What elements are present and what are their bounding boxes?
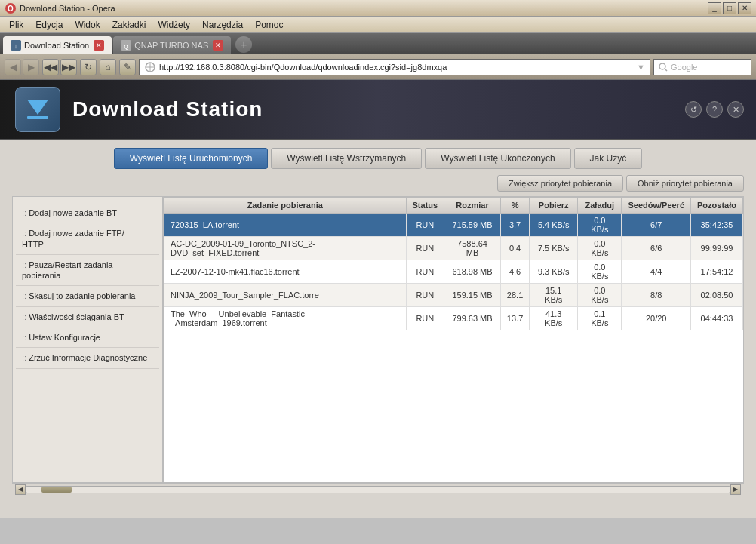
btn-active-list[interactable]: Wyświetl Listę Uruchomionych	[114, 148, 269, 169]
cell-seeds: 6/7	[622, 214, 691, 237]
menu-pomoc[interactable]: Pomoc	[249, 18, 289, 32]
table-row[interactable]: The_Who_-_Unbelievable_Fantastic_-_Amste…	[164, 307, 743, 330]
menu-widzety[interactable]: Widżety	[152, 18, 196, 32]
sidebar-item-add-bt[interactable]: Dodaj nowe zadanie BT	[16, 203, 159, 223]
svg-text:Q: Q	[124, 44, 129, 50]
sidebar-item-delete[interactable]: Skasuj to zadanie pobierania	[16, 286, 159, 306]
edit-button[interactable]: ✎	[119, 59, 136, 75]
scrollbar-thumb[interactable]	[41, 487, 72, 493]
cell-name: AC-DC_2009-01-09_Toronto_NTSC_2-DVD_set_…	[164, 237, 407, 260]
cell-percent: 13.7	[500, 307, 529, 330]
col-header-up: Załaduj	[578, 198, 622, 214]
tab-download-station[interactable]: ↓ Download Station ✕	[3, 36, 112, 54]
back-button2[interactable]: ◀◀	[42, 59, 59, 75]
search-input[interactable]: Google	[653, 59, 751, 75]
table-row[interactable]: LZ-2007-12-10-mk41.flac16.torrent RUN 61…	[164, 260, 743, 284]
cell-status: RUN	[406, 260, 444, 284]
header-icon-1[interactable]: ↺	[685, 101, 702, 118]
cell-status: RUN	[406, 214, 444, 237]
svg-text:O: O	[8, 5, 14, 13]
cell-percent: 28.1	[500, 284, 529, 307]
tab-add-button[interactable]: +	[235, 36, 252, 53]
main-content: Wyświetl Listę Uruchomionych Wyświetl Li…	[0, 140, 756, 518]
table-row[interactable]: NINJA_2009_Tour_Sampler_FLAC.torre RUN 1…	[164, 284, 743, 307]
col-header-status: Status	[406, 198, 444, 214]
tab-close-qnap[interactable]: ✕	[213, 40, 223, 51]
col-header-percent: %	[500, 198, 529, 214]
sidebar: Dodaj nowe zadanie BT Dodaj nowe zadanie…	[12, 196, 163, 483]
sidebar-item-diagnostics[interactable]: Zrzuć Informacje Diagnostyczne	[16, 348, 159, 368]
cell-percent: 0.4	[500, 237, 529, 260]
scroll-row: ◀ ▶	[12, 483, 744, 495]
cell-status: RUN	[406, 284, 444, 307]
window-controls[interactable]: _ □ ✕	[708, 2, 751, 14]
buttons-row-2: Zwiększ priorytet pobierania Obniż prior…	[12, 175, 744, 192]
cell-up: 0.1 KB/s	[578, 307, 622, 330]
cell-status: RUN	[406, 307, 444, 330]
window-icon: O	[5, 2, 17, 14]
svg-line-10	[665, 69, 667, 71]
downloads-table: Zadanie pobierania Status Rozmiar % Pobi…	[164, 197, 743, 330]
scrollbar-track[interactable]	[26, 486, 730, 493]
cell-size: 715.59 MB	[444, 214, 501, 237]
cell-down: 9.3 KB/s	[530, 260, 578, 284]
search-placeholder: Google	[671, 63, 697, 72]
table-row[interactable]: 720315_LA.torrent RUN 715.59 MB 3.7 5.4 …	[164, 214, 743, 237]
sidebar-item-config[interactable]: Ustaw Konfiguracje	[16, 327, 159, 348]
maximize-button[interactable]: □	[723, 2, 736, 14]
col-header-seeds: Seedów/Peerć	[622, 198, 691, 214]
sidebar-item-add-ftp[interactable]: Dodaj nowe zadanie FTP/HTTP	[16, 223, 159, 255]
cell-status: RUN	[406, 237, 444, 260]
btn-how-to[interactable]: Jak Użyć	[574, 148, 643, 169]
menu-plik[interactable]: Plik	[3, 18, 29, 32]
tab-label-download: Download Station	[24, 41, 89, 50]
col-header-remaining: Pozostało	[691, 198, 743, 214]
sidebar-item-properties[interactable]: Właściwości ściągania BT	[16, 307, 159, 327]
scroll-left-button[interactable]: ◀	[15, 484, 26, 495]
cell-seeds: 4/4	[622, 260, 691, 284]
btn-decrease-priority[interactable]: Obniż priorytet pobierania	[626, 175, 744, 192]
btn-completed-list[interactable]: Wyświetl Listę Ukończonych	[425, 148, 570, 169]
url-text: http://192.168.0.3:8080/cgi-bin/Qdownloa…	[159, 63, 447, 72]
cell-remaining: 99:99:99	[691, 237, 743, 260]
window-title: Download Station - Opera	[20, 4, 708, 13]
header-icon-3[interactable]: ✕	[727, 101, 744, 118]
cell-size: 159.15 MB	[444, 284, 501, 307]
table-row[interactable]: AC-DC_2009-01-09_Toronto_NTSC_2-DVD_set_…	[164, 237, 743, 260]
home-button[interactable]: ⌂	[100, 59, 116, 75]
minimize-button[interactable]: _	[708, 2, 721, 14]
col-header-size: Rozmiar	[444, 198, 501, 214]
forward-button[interactable]: ▶	[23, 59, 39, 75]
cell-size: 7588.64 MB	[444, 237, 501, 260]
forward-button2[interactable]: ▶▶	[60, 59, 77, 75]
cell-down: 7.5 KB/s	[530, 237, 578, 260]
svg-point-9	[659, 63, 665, 69]
buttons-row-1: Wyświetl Listę Uruchomionych Wyświetl Li…	[12, 148, 744, 169]
cell-name: The_Who_-_Unbelievable_Fantastic_-_Amste…	[164, 307, 407, 330]
table-area: Zadanie pobierania Status Rozmiar % Pobi…	[163, 196, 744, 483]
btn-increase-priority[interactable]: Zwiększ priorytet pobierania	[497, 175, 623, 192]
menu-narzedzia[interactable]: Narzędzia	[196, 18, 249, 32]
sidebar-item-pause-restart[interactable]: Pauza/Restart zadania pobierania	[16, 255, 159, 287]
menu-widok[interactable]: Widok	[69, 18, 106, 32]
menu-edycja[interactable]: Edycja	[29, 18, 69, 32]
reload-button[interactable]: ↻	[80, 59, 97, 75]
cell-size: 618.98 MB	[444, 260, 501, 284]
cell-up: 0.0 KB/s	[578, 260, 622, 284]
col-header-name: Zadanie pobierania	[164, 198, 407, 214]
menu-zakladki[interactable]: Zakładki	[106, 18, 152, 32]
tab-qnap[interactable]: Q QNAP TURBO NAS ✕	[113, 36, 231, 54]
tab-close-download[interactable]: ✕	[94, 40, 104, 51]
btn-paused-list[interactable]: Wyświetl Listę Wstrzymanych	[271, 148, 422, 169]
cell-seeds: 20/20	[622, 307, 691, 330]
header-icon-2[interactable]: ?	[706, 101, 723, 118]
url-input[interactable]: http://192.168.0.3:8080/cgi-bin/Qdownloa…	[139, 59, 650, 75]
cell-remaining: 17:54:12	[691, 260, 743, 284]
cell-up: 0.0 KB/s	[578, 237, 622, 260]
app-header: Download Station ↺ ? ✕	[0, 80, 756, 140]
back-button[interactable]: ◀	[5, 59, 21, 75]
scroll-right-button[interactable]: ▶	[730, 484, 741, 495]
cell-down: 41.3 KB/s	[530, 307, 578, 330]
close-button[interactable]: ✕	[738, 2, 751, 14]
cell-up: 0.0 KB/s	[578, 284, 622, 307]
